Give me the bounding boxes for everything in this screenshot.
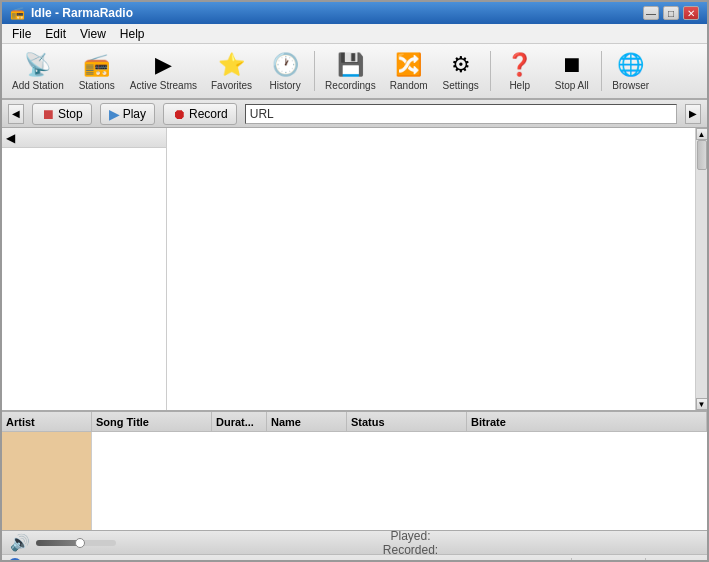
play-label: Play — [123, 107, 146, 121]
stop-all-button[interactable]: ⏹ Stop All — [547, 46, 597, 96]
browser-button[interactable]: 🌐 Browser — [606, 46, 656, 96]
recordings-icon: 💾 — [337, 52, 364, 78]
help-button[interactable]: ❓ Help — [495, 46, 545, 96]
title-bar-controls: — □ ✕ — [643, 6, 699, 20]
record-button[interactable]: ⏺ Record — [163, 103, 237, 125]
toolbar-separator-1 — [314, 51, 315, 91]
maximize-button[interactable]: □ — [663, 6, 679, 20]
stop-icon: ⏹ — [41, 106, 55, 122]
collapse-icon[interactable]: ◀ — [6, 131, 15, 145]
menu-view[interactable]: View — [74, 25, 112, 43]
stations-grid — [167, 128, 695, 410]
left-panel-header: ◀ — [2, 128, 166, 148]
volume-knob[interactable] — [75, 538, 85, 548]
tree-container — [2, 148, 166, 410]
help-icon: ❓ — [506, 52, 533, 78]
active-streams-button[interactable]: ▶ Active Streams — [124, 46, 203, 96]
favorites-icon: ⭐ — [218, 52, 245, 78]
status-divider-2 — [645, 558, 646, 563]
stations-label: Stations — [79, 80, 115, 91]
status-divider — [571, 558, 572, 563]
add-station-label: Add Station — [12, 80, 64, 91]
close-button[interactable]: ✕ — [683, 6, 699, 20]
random-label: Random — [390, 80, 428, 91]
info-icon: i — [8, 558, 22, 563]
col-name[interactable]: Name — [267, 412, 347, 431]
col-bitrate[interactable]: Bitrate — [467, 412, 707, 431]
playlist-area: Artist Song Title Durat... Name Status B… — [2, 410, 707, 530]
col-song-title[interactable]: Song Title — [92, 412, 212, 431]
record-label: Record — [189, 107, 228, 121]
recordings-label: Recordings — [325, 80, 376, 91]
menu-edit[interactable]: Edit — [39, 25, 72, 43]
settings-label: Settings — [443, 80, 479, 91]
playlist-tracks — [92, 432, 707, 530]
play-info: Played: Recorded: — [122, 529, 699, 557]
menu-bar: File Edit View Help — [2, 24, 707, 44]
col-status[interactable]: Status — [347, 412, 467, 431]
col-artist[interactable]: Artist — [2, 412, 92, 431]
app-icon: 📻 — [10, 6, 25, 20]
toolbar-separator-2 — [490, 51, 491, 91]
url-display: URL — [245, 104, 677, 124]
volume-slider[interactable] — [36, 540, 116, 546]
recorded-label: Recorded: — [383, 543, 438, 557]
stop-all-icon: ⏹ — [561, 52, 583, 78]
favorites-label: Favorites — [211, 80, 252, 91]
stations-button[interactable]: 📻 Stations — [72, 46, 122, 96]
record-icon: ⏺ — [172, 106, 186, 122]
settings-button[interactable]: ⚙ Settings — [436, 46, 486, 96]
url-label: URL — [250, 107, 274, 121]
add-station-button[interactable]: 📡 Add Station — [6, 46, 70, 96]
main-layout: ◀ ▲ ▼ — [2, 128, 707, 410]
streams-label: Active Streams — [130, 80, 197, 91]
help-label: Help — [509, 80, 530, 91]
play-icon: ▶ — [109, 106, 120, 122]
history-button[interactable]: 🕐 History — [260, 46, 310, 96]
minimize-button[interactable]: — — [643, 6, 659, 20]
playlist-body — [2, 432, 707, 530]
toolbar: 📡 Add Station 📻 Stations ▶ Active Stream… — [2, 44, 707, 100]
play-button[interactable]: ▶ Play — [100, 103, 155, 125]
scroll-track — [696, 140, 707, 398]
played-label: Played: — [390, 529, 430, 543]
col-duration[interactable]: Durat... — [212, 412, 267, 431]
album-art — [2, 432, 92, 530]
transport-right-arrow[interactable]: ▶ — [685, 104, 701, 124]
volume-icon: 🔊 — [10, 533, 30, 552]
content-scrollbar[interactable]: ▲ ▼ — [695, 128, 707, 410]
disk-free: 3,06 ГБ free — [576, 558, 641, 563]
history-label: History — [270, 80, 301, 91]
toolbar-separator-3 — [601, 51, 602, 91]
scroll-thumb[interactable] — [697, 140, 707, 170]
streams-icon: ▶ — [155, 52, 172, 78]
scroll-up-arrow[interactable]: ▲ — [696, 128, 708, 140]
stop-all-label: Stop All — [555, 80, 589, 91]
clock: 10:39 PM — [650, 558, 701, 563]
random-button[interactable]: 🔀 Random — [384, 46, 434, 96]
content-panel — [167, 128, 695, 410]
settings-icon: ⚙ — [451, 52, 471, 78]
add-station-icon: 📡 — [24, 52, 51, 78]
stations-icon: 📻 — [83, 52, 110, 78]
playlist-header: Artist Song Title Durat... Name Status B… — [2, 412, 707, 432]
menu-help[interactable]: Help — [114, 25, 151, 43]
title-bar-left: 📻 Idle - RarmaRadio — [10, 6, 133, 20]
volume-bar: 🔊 Played: Recorded: — [2, 530, 707, 554]
window-title: Idle - RarmaRadio — [31, 6, 133, 20]
scroll-down-arrow[interactable]: ▼ — [696, 398, 708, 410]
browser-label: Browser — [612, 80, 649, 91]
menu-file[interactable]: File — [6, 25, 37, 43]
stop-label: Stop — [58, 107, 83, 121]
left-panel: ◀ — [2, 128, 167, 410]
browser-icon: 🌐 — [617, 52, 644, 78]
history-icon: 🕐 — [272, 52, 299, 78]
transport-left-arrow[interactable]: ◀ — [8, 104, 24, 124]
title-bar: 📻 Idle - RarmaRadio — □ ✕ — [2, 2, 707, 24]
random-icon: 🔀 — [395, 52, 422, 78]
stop-button[interactable]: ⏹ Stop — [32, 103, 92, 125]
favorites-button[interactable]: ⭐ Favorites — [205, 46, 258, 96]
recordings-button[interactable]: 💾 Recordings — [319, 46, 382, 96]
transport-bar: ◀ ⏹ Stop ▶ Play ⏺ Record URL ▶ — [2, 100, 707, 128]
